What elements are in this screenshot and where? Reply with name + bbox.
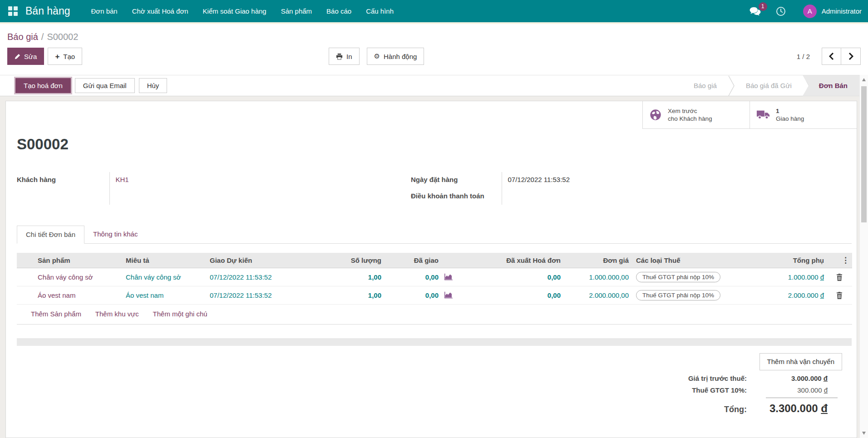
delete-line-icon[interactable] xyxy=(836,292,843,299)
cell-unit-price[interactable]: 2.000.000,00 xyxy=(563,286,631,304)
apps-menu-icon[interactable] xyxy=(8,6,18,16)
action-button[interactable]: ⚙ Hành động xyxy=(367,48,424,65)
column-unit-price[interactable]: Đơn giá xyxy=(563,253,631,268)
preview-line2: cho Khách hàng xyxy=(668,115,712,122)
order-date-label: Ngày đặt hàng xyxy=(411,172,502,188)
forecast-chart-icon[interactable] xyxy=(444,292,453,299)
cell-unit-price[interactable]: 1.000.000,00 xyxy=(563,268,631,286)
add-shipping-button[interactable]: Thêm nhà vận chuyển xyxy=(760,353,842,370)
menu-to-invoice[interactable]: Chờ xuất Hoá đơn xyxy=(125,0,196,22)
currency-symbol: đ xyxy=(820,273,824,281)
tax-tag[interactable]: Thuế GTGT phải nộp 10% xyxy=(636,290,720,300)
breadcrumb-quotations[interactable]: Báo giá xyxy=(7,32,38,42)
column-delivered[interactable]: Đã giao xyxy=(384,253,457,268)
payment-terms-value[interactable] xyxy=(502,188,852,205)
main-menu: Đơn bán Chờ xuất Hoá đơn Kiểm soát Giao … xyxy=(84,0,401,22)
scroll-up-arrow[interactable] xyxy=(862,78,866,81)
customer-label: Khách hàng xyxy=(17,172,109,205)
column-invoiced[interactable]: Đã xuất Hoá đơn xyxy=(473,253,563,268)
cell-quantity[interactable]: 1,00 xyxy=(316,268,384,286)
user-menu[interactable]: Administrator xyxy=(822,7,862,15)
subtotal-amount: 2.000.000 xyxy=(788,291,819,299)
cell-delivered[interactable]: 0,00 xyxy=(384,286,457,304)
avatar-initial: A xyxy=(808,7,812,15)
column-product[interactable]: Sản phẩm xyxy=(32,253,123,268)
tab-order-lines[interactable]: Chi tiết Đơn bán xyxy=(17,226,84,244)
cell-invoiced[interactable]: 0,00 xyxy=(473,286,563,304)
add-section-link[interactable]: Thêm khu vực xyxy=(95,310,139,318)
cell-product[interactable]: Chân váy công sở xyxy=(32,268,123,286)
pager-next-button[interactable] xyxy=(841,48,861,65)
cell-description[interactable]: Áo vest nam xyxy=(123,286,207,304)
menu-reporting[interactable]: Báo cáo xyxy=(319,0,359,22)
field-groups: Khách hàng KH1 Ngày đặt hàng 07/12/2022 … xyxy=(17,172,852,205)
delete-line-icon[interactable] xyxy=(836,274,843,281)
status-pipeline: Báo giá Báo giá đã Gửi Đơn Bán xyxy=(683,75,859,96)
delivered-value: 0,00 xyxy=(425,273,439,281)
vertical-scrollbar[interactable] xyxy=(859,75,868,438)
column-subtotal[interactable]: Tổng phụ xyxy=(760,253,827,268)
column-expected-delivery[interactable]: Giao Dự kiến xyxy=(207,253,316,268)
pager-previous-button[interactable] xyxy=(822,48,841,65)
grand-total-row: Tổng: 3.300.000 đ xyxy=(724,402,857,415)
breadcrumb-current: S00002 xyxy=(47,32,78,42)
send-email-button[interactable]: Gửi qua Email xyxy=(75,78,135,93)
add-product-link[interactable]: Thêm Sản phẩm xyxy=(31,310,81,318)
status-step-quotation[interactable]: Báo giá xyxy=(683,75,728,96)
column-quantity[interactable]: Số lượng xyxy=(316,253,384,268)
cell-quantity[interactable]: 1,00 xyxy=(316,286,384,304)
truck-icon xyxy=(756,110,770,120)
customer-preview-button[interactable]: Xem trước cho Khách hàng xyxy=(642,101,750,128)
status-step-sales-order[interactable]: Đơn Bán xyxy=(803,75,859,96)
tax-tag[interactable]: Thuế GTGT phải nộp 10% xyxy=(636,272,720,282)
order-line-row[interactable]: Áo vest nam Áo vest nam 07/12/2022 11:53… xyxy=(17,286,852,304)
create-invoice-button[interactable]: Tạo hoá đơn xyxy=(15,78,71,93)
column-taxes[interactable]: Các loại Thuế xyxy=(631,253,760,268)
cell-invoiced[interactable]: 0,00 xyxy=(473,268,563,286)
app-brand[interactable]: Bán hàng xyxy=(25,5,70,17)
messages-button[interactable]: 1 xyxy=(749,6,761,16)
customer-value[interactable]: KH1 xyxy=(116,176,129,183)
scroll-down-arrow[interactable] xyxy=(862,432,866,435)
preview-line1: Xem trước xyxy=(668,108,697,114)
status-step-quotation-sent[interactable]: Báo giá đã Gửi xyxy=(735,75,803,96)
totals-separator xyxy=(766,398,838,398)
forecast-chart-icon[interactable] xyxy=(444,274,453,281)
payment-terms-label: Điều khoản thanh toán xyxy=(411,188,502,205)
chevron-right-icon xyxy=(848,53,853,60)
menu-delivery-control[interactable]: Kiểm soát Giao hàng xyxy=(196,0,274,22)
top-navbar: Bán hàng Đơn bán Chờ xuất Hoá đơn Kiểm s… xyxy=(0,0,868,22)
menu-configuration[interactable]: Cấu hình xyxy=(359,0,401,22)
user-avatar[interactable]: A xyxy=(803,5,817,18)
cell-product[interactable]: Áo vest nam xyxy=(32,286,123,304)
tax-value: 300.000 đ xyxy=(750,386,828,394)
delivery-smart-button[interactable]: 1 Giao hàng xyxy=(750,101,857,128)
menu-products[interactable]: Sản phẩm xyxy=(274,0,319,22)
section-divider xyxy=(17,338,852,346)
activities-button[interactable] xyxy=(776,6,786,16)
optional-columns-icon[interactable]: ⋮ xyxy=(842,256,849,265)
add-note-link[interactable]: Thêm một ghi chú xyxy=(153,310,207,318)
cell-expected-delivery[interactable]: 07/12/2022 11:53:52 xyxy=(207,286,316,304)
cell-description[interactable]: Chân váy công sở xyxy=(123,268,207,286)
edit-button[interactable]: Sửa xyxy=(7,48,44,65)
menu-orders[interactable]: Đơn bán xyxy=(84,0,124,22)
row-handle[interactable] xyxy=(17,286,32,304)
spacer-cell xyxy=(457,268,473,286)
column-description[interactable]: Miêu tả xyxy=(123,253,207,268)
print-button[interactable]: In xyxy=(329,48,360,65)
create-button[interactable]: + Tạo xyxy=(48,48,82,65)
chevron-left-icon xyxy=(829,53,834,60)
messages-count-badge: 1 xyxy=(759,2,767,11)
row-handle[interactable] xyxy=(17,268,32,286)
tab-other-info[interactable]: Thông tin khác xyxy=(84,226,146,244)
order-line-row[interactable]: Chân váy công sở Chân váy công sở 07/12/… xyxy=(17,268,852,286)
cell-expected-delivery[interactable]: 07/12/2022 11:53:52 xyxy=(207,268,316,286)
cancel-button[interactable]: Hủy xyxy=(139,78,168,93)
pencil-icon xyxy=(15,54,20,59)
delivery-count: 1 xyxy=(776,108,779,114)
delivery-label: Giao hàng xyxy=(776,115,804,122)
cell-delivered[interactable]: 0,00 xyxy=(384,268,457,286)
spacer-cell xyxy=(457,286,473,304)
scrollbar-thumb[interactable] xyxy=(861,86,867,222)
